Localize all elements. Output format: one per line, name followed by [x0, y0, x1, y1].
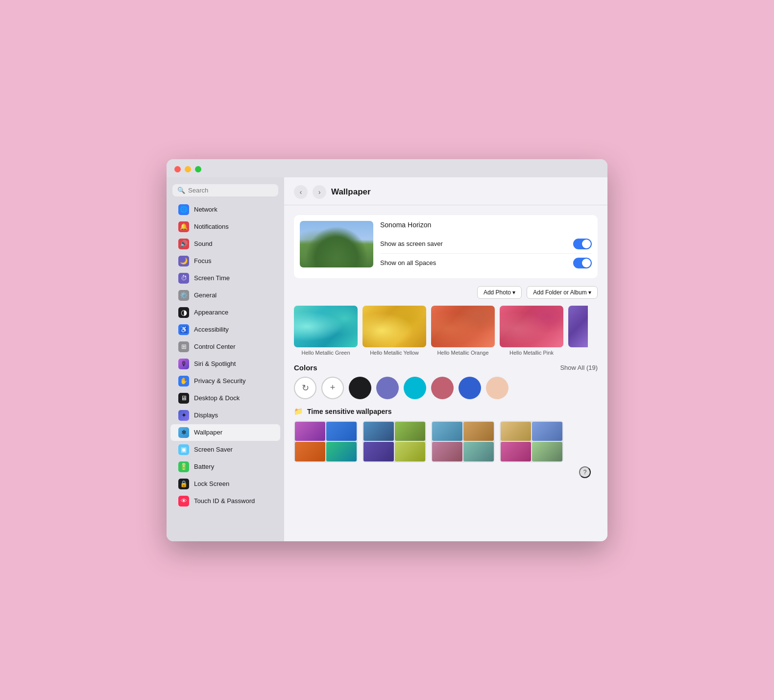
main-header: ‹ › Wallpaper — [284, 177, 607, 205]
wallpaper-thumb-pink[interactable]: Hello Metallic Pink — [500, 306, 563, 356]
sidebar-item-label: Desktop & Dock — [194, 394, 240, 402]
wallpaper-card: Sonoma Horizon Show as screen saver Show… — [294, 215, 598, 278]
sidebar-item-label: Displays — [194, 411, 218, 419]
sidebar-item-screen-time[interactable]: ⏱ Screen Time — [170, 270, 280, 287]
sidebar-item-privacy[interactable]: ✋ Privacy & Security — [170, 373, 280, 389]
wallpaper-name: Sonoma Horizon — [380, 221, 592, 229]
time-thumb-3[interactable] — [431, 421, 495, 462]
sidebar-item-label: Sound — [194, 240, 213, 247]
sidebar-item-wallpaper[interactable]: ❄ Wallpaper — [170, 424, 280, 441]
general-icon: ⚙️ — [178, 290, 189, 301]
time-sensitive-title: Time sensitive wallpapers — [307, 408, 392, 415]
minimize-button[interactable] — [185, 166, 191, 172]
sidebar-item-displays[interactable]: ✦ Displays — [170, 407, 280, 424]
colors-row: ↻ + — [294, 377, 598, 399]
sidebar-item-label: Battery — [194, 463, 214, 470]
sidebar-item-notifications[interactable]: 🔔 Notifications — [170, 218, 280, 235]
sidebar-item-label: Network — [194, 206, 218, 213]
network-icon: 🌐 — [178, 204, 189, 215]
time-thumb-2[interactable] — [363, 421, 426, 462]
folder-icon: 📁 — [294, 407, 303, 416]
sidebar-item-label: Privacy & Security — [194, 377, 245, 385]
green-thumb — [294, 306, 358, 347]
sound-icon: 🔊 — [178, 239, 189, 249]
show-all-colors-link[interactable]: Show All (19) — [560, 364, 598, 371]
wallpaper-info: Sonoma Horizon Show as screen saver Show… — [380, 221, 592, 272]
refresh-color-button[interactable]: ↻ — [294, 377, 316, 399]
time-thumb-4[interactable] — [500, 421, 563, 462]
page-title: Wallpaper — [331, 187, 371, 197]
wallpaper-thumb-yellow[interactable]: Hello Metallic Yellow — [363, 306, 426, 356]
yellow-label: Hello Metallic Yellow — [363, 350, 426, 356]
sidebar-item-sound[interactable]: 🔊 Sound — [170, 236, 280, 252]
orange-label: Hello Metallic Orange — [431, 350, 495, 356]
search-bar[interactable]: 🔍 — [172, 184, 278, 196]
search-input[interactable] — [188, 187, 273, 194]
sidebar-item-siri[interactable]: 🎙 Siri & Spotlight — [170, 356, 280, 372]
sidebar-item-appearance[interactable]: ◑ Appearance — [170, 304, 280, 321]
help-button[interactable]: ? — [579, 466, 591, 478]
lock-screen-icon: 🔒 — [178, 479, 189, 489]
titlebar — [167, 159, 607, 177]
time-thumb-1[interactable] — [294, 421, 358, 462]
wallpaper-thumb-green[interactable]: Hello Metallic Green — [294, 306, 358, 356]
sidebar-item-screen-saver[interactable]: ▣ Screen Saver — [170, 441, 280, 458]
add-photo-button[interactable]: Add Photo ▾ — [477, 286, 522, 299]
window-body: 🔍 🌐 Network 🔔 Notifications 🔊 Sound 🌙 Fo… — [167, 177, 607, 541]
screen-saver-label: Show as screen saver — [380, 240, 443, 247]
desktop-dock-icon: 🖥 — [178, 393, 189, 404]
close-button[interactable] — [174, 166, 181, 172]
colors-header: Colors Show All (19) — [294, 363, 598, 372]
screen-saver-toggle[interactable] — [573, 239, 592, 249]
help-area: ? — [294, 462, 598, 482]
screen-time-icon: ⏱ — [178, 273, 189, 284]
appearance-icon: ◑ — [178, 307, 189, 318]
back-button[interactable]: ‹ — [294, 185, 308, 199]
sidebar-item-touch-id[interactable]: 👁 Touch ID & Password — [170, 493, 280, 509]
all-spaces-toggle[interactable] — [573, 258, 592, 268]
color-pink[interactable] — [431, 377, 454, 399]
sidebar-item-label: Appearance — [194, 309, 228, 316]
sidebar-item-lock-screen[interactable]: 🔒 Lock Screen — [170, 476, 280, 492]
screen-saver-toggle-row: Show as screen saver — [380, 235, 592, 254]
yellow-thumb — [363, 306, 426, 347]
sidebar-item-general[interactable]: ⚙️ General — [170, 287, 280, 304]
metallic-wallpapers-grid: Hello Metallic Green Hello Metallic Yell… — [294, 306, 598, 356]
sidebar-item-focus[interactable]: 🌙 Focus — [170, 253, 280, 269]
sidebar-item-label: Control Center — [194, 343, 236, 350]
sidebar: 🔍 🌐 Network 🔔 Notifications 🔊 Sound 🌙 Fo… — [167, 177, 284, 541]
sidebar-item-control-center[interactable]: ⊞ Control Center — [170, 338, 280, 355]
color-peach[interactable] — [486, 377, 508, 399]
forward-button[interactable]: › — [313, 185, 326, 199]
touch-id-icon: 👁 — [178, 496, 189, 507]
maximize-button[interactable] — [195, 166, 201, 172]
sidebar-item-battery[interactable]: 🔋 Battery — [170, 459, 280, 475]
color-blue[interactable] — [459, 377, 481, 399]
wallpaper-icon: ❄ — [178, 427, 189, 438]
notifications-icon: 🔔 — [178, 221, 189, 232]
colors-title: Colors — [294, 363, 317, 372]
sidebar-item-network[interactable]: 🌐 Network — [170, 201, 280, 218]
all-spaces-label: Show on all Spaces — [380, 259, 436, 266]
sidebar-item-desktop-dock[interactable]: 🖥 Desktop & Dock — [170, 390, 280, 407]
main-content: ‹ › Wallpaper Sonoma Horizon Show as scr… — [284, 177, 607, 541]
settings-window: 🔍 🌐 Network 🔔 Notifications 🔊 Sound 🌙 Fo… — [167, 159, 607, 541]
add-color-button[interactable]: + — [321, 377, 344, 399]
photo-buttons: Add Photo ▾ Add Folder or Album ▾ — [294, 286, 598, 299]
wallpaper-thumb-orange[interactable]: Hello Metallic Orange — [431, 306, 495, 356]
partial-thumb — [568, 306, 588, 347]
sidebar-item-accessibility[interactable]: ♿ Accessibility — [170, 321, 280, 338]
add-folder-button[interactable]: Add Folder or Album ▾ — [527, 286, 598, 299]
color-cyan[interactable] — [404, 377, 426, 399]
wallpaper-thumb-partial[interactable] — [568, 306, 588, 356]
color-purple[interactable] — [376, 377, 399, 399]
sidebar-item-label: Touch ID & Password — [194, 497, 255, 505]
landscape-preview — [300, 221, 373, 267]
sidebar-item-label: General — [194, 291, 217, 299]
search-icon: 🔍 — [177, 187, 185, 194]
color-black[interactable] — [349, 377, 371, 399]
control-center-icon: ⊞ — [178, 341, 189, 352]
green-label: Hello Metallic Green — [294, 350, 358, 356]
pink-thumb — [500, 306, 563, 347]
focus-icon: 🌙 — [178, 256, 189, 266]
